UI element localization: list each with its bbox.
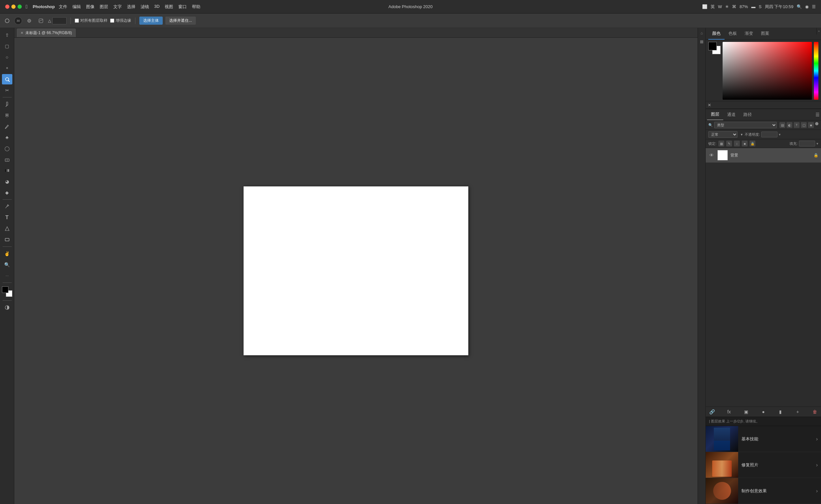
canvas-container[interactable] xyxy=(14,38,698,504)
history-brush-btn[interactable]: ◯ xyxy=(2,143,12,154)
menu-window[interactable]: 窗口 xyxy=(178,4,187,10)
menu-help[interactable]: 帮助 xyxy=(192,4,200,10)
add-layer-style-btn[interactable]: fx xyxy=(726,408,733,415)
move-tool-btn[interactable]: ⇧ xyxy=(2,30,12,40)
minimize-button[interactable] xyxy=(11,5,16,9)
menu-type[interactable]: 文字 xyxy=(113,4,122,10)
close-tab-icon[interactable]: ✕ xyxy=(20,31,23,35)
tab-swatches[interactable]: 色板 xyxy=(725,28,741,40)
healing-btn[interactable]: ⛨ xyxy=(2,110,12,120)
enhance-edge-label[interactable]: 增强边缘 xyxy=(110,18,131,23)
filter-type-icon[interactable]: T xyxy=(794,122,800,128)
select-subject-btn[interactable]: 选择主体 xyxy=(139,17,163,25)
foreground-color-swatch[interactable] xyxy=(2,286,8,293)
dodge-btn[interactable]: ◆ xyxy=(2,187,12,198)
zoom-btn[interactable]: 🔍 xyxy=(2,259,12,270)
layer-item-background[interactable]: 👁 背景 🔒 xyxy=(706,148,821,163)
learn-item-repair-photos[interactable]: 修复照片 › xyxy=(706,452,821,478)
fill-input[interactable]: 100% xyxy=(799,141,815,146)
lock-position-btn[interactable]: ↕ xyxy=(734,141,740,146)
filter-pixel-icon[interactable]: ▤ xyxy=(779,122,785,128)
menu-layer[interactable]: 图层 xyxy=(100,4,108,10)
angle-input[interactable]: 0° xyxy=(52,17,67,24)
lock-all-btn[interactable]: 🔒 xyxy=(750,141,755,146)
fill-arrow[interactable]: ▾ xyxy=(816,142,818,146)
layers-filter-select[interactable]: 类型 xyxy=(714,122,777,128)
link-layers-btn[interactable]: 🔗 xyxy=(708,408,715,415)
eraser-btn[interactable] xyxy=(2,154,12,165)
filter-adjustment-icon[interactable]: ◐ xyxy=(787,122,792,128)
crop-btn[interactable]: ✂ xyxy=(2,85,12,95)
search-icon[interactable]: 🔍 xyxy=(797,4,802,9)
filter-dot[interactable] xyxy=(815,122,818,125)
layers-tab[interactable]: 图层 xyxy=(707,109,723,120)
type-btn[interactable]: T xyxy=(2,212,12,223)
hand-btn[interactable]: ✌ xyxy=(2,248,12,259)
close-button[interactable] xyxy=(5,5,9,9)
brush-mode-btn[interactable] xyxy=(36,18,45,24)
rectangle-tool-btn[interactable] xyxy=(2,234,12,245)
notification-icon[interactable]: ☰ xyxy=(812,4,816,9)
tab-color[interactable]: 颜色 xyxy=(708,28,725,40)
lasso-btn[interactable]: ⚬ xyxy=(2,63,12,73)
fill-adjustment-btn[interactable]: ● xyxy=(760,408,767,415)
eyedropper-btn[interactable] xyxy=(2,99,12,109)
filter-shape-icon[interactable]: ▢ xyxy=(801,122,807,128)
layer-visibility-toggle[interactable]: 👁 xyxy=(708,152,715,158)
delete-layer-btn[interactable]: 🗑 xyxy=(811,408,818,415)
menu-view[interactable]: 视图 xyxy=(165,4,173,10)
layers-panel-menu-btn[interactable]: ☰ xyxy=(815,112,820,117)
blend-mode-select[interactable]: 正常 xyxy=(708,131,738,138)
learn-item-basic-skills[interactable]: 基本技能 › xyxy=(706,426,821,452)
add-mask-btn[interactable]: ▣ xyxy=(743,408,750,415)
menu-edit[interactable]: 编辑 xyxy=(72,4,81,10)
color-spectrum[interactable] xyxy=(723,42,812,100)
new-layer-btn[interactable]: + xyxy=(794,408,801,415)
hue-strip[interactable] xyxy=(814,42,818,100)
group-layers-btn[interactable]: ▮ xyxy=(777,408,784,415)
path-selection-btn[interactable] xyxy=(2,223,12,234)
elliptical-marquee-btn[interactable]: ○ xyxy=(2,52,12,62)
gradient-btn[interactable] xyxy=(2,165,12,176)
brush-btn[interactable] xyxy=(2,121,12,132)
enhance-edge-checkbox[interactable] xyxy=(110,19,114,23)
more-tools-btn[interactable]: ⋯ xyxy=(2,271,12,281)
channels-tab[interactable]: 通道 xyxy=(723,109,739,120)
brush-hardness-btn[interactable] xyxy=(25,18,34,24)
lock-artboard-btn[interactable]: ■ xyxy=(742,141,748,146)
rectangular-marquee-btn[interactable]: ▢ xyxy=(2,41,12,51)
lock-transparency-btn[interactable]: ▦ xyxy=(718,141,724,146)
learn-item-creative[interactable]: 制作创意效果 › xyxy=(706,478,821,504)
blur-btn[interactable]: ◕ xyxy=(2,176,12,187)
sample-all-checkbox[interactable] xyxy=(75,19,79,23)
tool-options-icon[interactable] xyxy=(3,18,12,24)
tab-gradient[interactable]: 渐变 xyxy=(741,28,757,40)
quick-mask-icon xyxy=(5,305,10,310)
foreground-color-box[interactable] xyxy=(708,42,717,50)
filter-smart-icon[interactable]: ■ xyxy=(808,122,814,128)
collapse-right-panel-btn[interactable]: » xyxy=(816,28,821,34)
menu-file[interactable]: 文件 xyxy=(59,4,67,10)
quick-mask-btn[interactable] xyxy=(2,302,12,313)
paths-tab[interactable]: 路径 xyxy=(739,109,756,120)
menu-3d[interactable]: 3D xyxy=(154,4,160,10)
tab-patterns[interactable]: 图案 xyxy=(757,28,773,40)
sample-all-label[interactable]: 对所有图层取样 xyxy=(75,18,107,23)
pen-btn[interactable] xyxy=(2,201,12,212)
lock-paint-btn[interactable]: ✎ xyxy=(726,141,732,146)
opacity-input[interactable]: 100% xyxy=(761,132,777,137)
right-icon-1[interactable]: ⌂ xyxy=(699,30,705,36)
close-color-panel-btn[interactable]: ✕ xyxy=(708,103,711,107)
menu-image[interactable]: 图像 xyxy=(86,4,95,10)
siri-icon[interactable]: ◉ xyxy=(805,4,809,9)
quick-selection-btn[interactable] xyxy=(2,74,12,84)
menu-select[interactable]: 选择 xyxy=(127,4,135,10)
opacity-arrow[interactable]: ▾ xyxy=(779,132,781,137)
document-tab[interactable]: ✕ 未标题-1 @ 66.7%(RGB/8) xyxy=(17,29,76,37)
maximize-button[interactable] xyxy=(18,5,22,9)
clone-stamp-btn[interactable]: ♣ xyxy=(2,132,12,143)
right-icon-2[interactable]: ▦ xyxy=(699,38,705,45)
menu-filter[interactable]: 滤镜 xyxy=(141,4,149,10)
learn-panel: | 图层效果 上一步/2步, 请继续。 基本技能 › xyxy=(706,417,821,504)
select-and-mask-btn[interactable]: 选择并遮住... xyxy=(165,17,196,25)
